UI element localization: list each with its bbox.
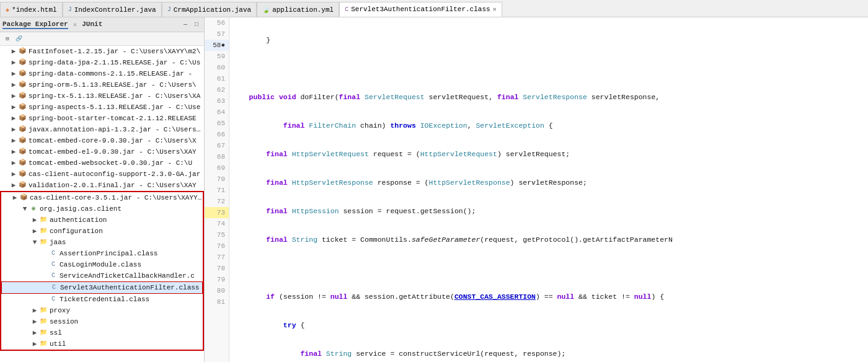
jar-icon: 📦 xyxy=(17,158,27,168)
tree-item-springboot[interactable]: ▶ 📦 spring-boot-starter-tomcat-2.1.12.RE… xyxy=(0,113,204,124)
panel-title-explorer[interactable]: Package Explorer xyxy=(2,20,68,29)
line-66: 66 xyxy=(205,129,229,140)
tree-item-fastinfoset[interactable]: ▶ 📦 FastInfoset-1.2.15.jar - C:\Users\XA… xyxy=(0,46,204,57)
folder-icon: 📁 xyxy=(38,328,48,338)
tab-crmapplication[interactable]: J CrmApplication.java xyxy=(162,2,257,17)
explorer-toolbar: ⊟ 🔗 xyxy=(0,32,204,46)
label: spring-data-jpa-2.1.15.RELEASE.jar - C:\… xyxy=(27,58,200,68)
tree-item-springtx[interactable]: ▶ 📦 spring-tx-5.1.13.RELEASE.jar - C:\Us… xyxy=(0,90,204,102)
code-content[interactable]: 56 57 58● 59 60 61 62 63 64 65 66 67 68 … xyxy=(205,17,868,362)
jar-icon: 📦 xyxy=(17,102,27,112)
tree-item-casclientcore[interactable]: ▶ 📦 cas-client-core-3.5.1.jar - C:\Users… xyxy=(1,192,203,203)
line-67: 67 xyxy=(205,140,229,151)
jar-icon: 📦 xyxy=(17,169,27,179)
code-lines: } public void doFilter(final ServletRequ… xyxy=(229,17,868,362)
tree-item-orgjasig[interactable]: ▼ ◉ org.jasig.cas.client xyxy=(1,203,203,214)
tree-item-ssl[interactable]: ▶ 📁 ssl xyxy=(1,327,203,338)
tab-applicationyml-label: application.yml xyxy=(272,6,334,14)
minimize-button[interactable]: — xyxy=(180,20,190,30)
java-icon: J xyxy=(68,6,72,13)
jar-icon: 📦 xyxy=(17,69,27,79)
code-line-56: } xyxy=(232,35,866,46)
tree-item-springdatajpa[interactable]: ▶ 📦 spring-data-jpa-2.1.15.RELEASE.jar -… xyxy=(0,57,204,68)
tab-indexcontroller-label: IndexController.java xyxy=(74,6,156,14)
tree-item-serviceticket[interactable]: C ServiceAndTicketCallbackHandler.c xyxy=(1,270,203,281)
tree-item-javax[interactable]: ▶ 📦 javax.annotation-api-1.3.2.jar - C:\… xyxy=(0,124,204,135)
label: tomcat-embed-websocket-9.0.30.jar - C:\U xyxy=(27,158,192,168)
tree-item-proxy[interactable]: ▶ 📁 proxy xyxy=(1,305,203,316)
folder-icon: 📁 xyxy=(38,226,48,236)
folder-icon: 📁 xyxy=(38,215,48,225)
class-icon: C xyxy=(48,260,58,270)
tab-index[interactable]: ◈ *index.html xyxy=(0,2,63,17)
link-editor-button[interactable]: 🔗 xyxy=(14,34,24,44)
tree-item-authentication[interactable]: ▶ 📁 authentication xyxy=(1,214,203,226)
tree-item-casclientauto[interactable]: ▶ 📦 cas-client-autoconfig-support-2.3.0-… xyxy=(0,169,204,180)
tree-item-tomcatembedws[interactable]: ▶ 📦 tomcat-embed-websocket-9.0.30.jar - … xyxy=(0,157,204,169)
line-69: 69 xyxy=(205,162,229,174)
label: ServiceAndTicketCallbackHandler.c xyxy=(58,271,195,281)
code-line-62: final HttpSession session = request.getS… xyxy=(232,206,866,217)
line-64: 64 xyxy=(205,107,229,118)
tree-item-tomcatembedel[interactable]: ▶ 📦 tomcat-embed-el-9.0.30.jar - C:\User… xyxy=(0,146,204,157)
panel-title-junit[interactable]: JUnit xyxy=(82,20,102,29)
label: TicketCredential.class xyxy=(58,294,149,304)
code-editor: 56 57 58● 59 60 61 62 63 64 65 66 67 68 … xyxy=(205,17,868,362)
panel-title-group: Package Explorer ✕ JUnit xyxy=(2,20,102,29)
tree-item-springorm[interactable]: ▶ 📦 spring-orm-5.1.13.RELEASE.jar - C:\U… xyxy=(0,79,204,90)
tree-item-util[interactable]: ▶ 📁 util xyxy=(1,338,203,350)
line-75: 75 xyxy=(205,229,229,241)
class-icon: C xyxy=(48,271,58,281)
tree-item-validation[interactable]: ▶ 📦 validation-2.0.1.Final.jar - C:\User… xyxy=(0,180,204,191)
label: session xyxy=(48,317,78,327)
code-line-60: final HttpServletRequest request = (Http… xyxy=(232,149,866,160)
tree-item-configuration[interactable]: ▶ 📁 configuration xyxy=(1,226,203,237)
class-icon: C xyxy=(48,294,58,304)
line-61: 61 xyxy=(205,73,229,84)
jar-icon: 📦 xyxy=(17,136,27,146)
panel-header: Package Explorer ✕ JUnit — □ xyxy=(0,17,204,32)
label: configuration xyxy=(48,226,103,236)
package-explorer: Package Explorer ✕ JUnit — □ ⊟ 🔗 ▶ 📦 Fas… xyxy=(0,17,205,362)
jar-icon: 📦 xyxy=(17,125,27,135)
yml-icon: 🍃 xyxy=(262,6,270,14)
class-icon: C xyxy=(345,6,348,13)
code-line-65: if (session != null && session.getAttrib… xyxy=(232,291,866,302)
jar-icon: 📦 xyxy=(17,180,27,190)
line-57: 57 xyxy=(205,29,229,40)
label: spring-tx-5.1.13.RELEASE.jar - C:\Users\… xyxy=(27,91,200,101)
tree-item-jaas[interactable]: ▼ 📁 jaas xyxy=(1,237,203,248)
line-80: 80 xyxy=(205,285,229,296)
tree-item-casloginmodule[interactable]: C CasLoginModule.class xyxy=(1,259,203,270)
jar-icon: 📦 xyxy=(17,58,27,68)
tree-item-assertionprincipal[interactable]: C AssertionPrincipal.class xyxy=(1,248,203,259)
jar-icon: 📦 xyxy=(17,113,27,123)
line-74: 74 xyxy=(205,218,229,229)
tab-applicationyml[interactable]: 🍃 application.yml xyxy=(257,2,339,17)
jar-icon: 📦 xyxy=(19,193,29,203)
tree-item-tomcatembed[interactable]: ▶ 📦 tomcat-embed-core-9.0.30.jar - C:\Us… xyxy=(0,135,204,146)
java-icon-2: J xyxy=(167,6,171,13)
label: tomcat-embed-core-9.0.30.jar - C:\Users\… xyxy=(27,136,197,146)
tab-indexcontroller[interactable]: J IndexController.java xyxy=(63,2,162,17)
line-81: 81 xyxy=(205,296,229,307)
tree-item-servlet3filter[interactable]: C Servlet3AuthenticationFilter.class xyxy=(1,281,203,294)
code-line-64 xyxy=(232,263,866,274)
main-area: Package Explorer ✕ JUnit — □ ⊟ 🔗 ▶ 📦 Fas… xyxy=(0,17,868,362)
tree-item-session[interactable]: ▶ 📁 session xyxy=(1,316,203,327)
tab-servlet3filter[interactable]: C Servlet3AuthenticationFilter.class ✕ xyxy=(339,2,502,17)
label: spring-boot-starter-tomcat-2.1.12.RELEAS… xyxy=(27,113,197,123)
maximize-button[interactable]: □ xyxy=(192,20,202,30)
code-line-57 xyxy=(232,63,866,74)
line-68: 68 xyxy=(205,151,229,162)
label: proxy xyxy=(48,306,70,316)
label: javax.annotation-api-1.3.2.jar - C:\User… xyxy=(27,125,204,135)
line-71: 71 xyxy=(205,185,229,196)
tree-item-springaspects[interactable]: ▶ 📦 spring-aspects-5.1.13.RELEASE.jar - … xyxy=(0,102,204,113)
tab-close-icon[interactable]: ✕ xyxy=(493,6,497,13)
tree-item-ticketcredential[interactable]: C TicketCredential.class xyxy=(1,294,203,305)
tab-servlet3filter-label: Servlet3AuthenticationFilter.class xyxy=(351,6,490,13)
tree-view[interactable]: ▶ 📦 FastInfoset-1.2.15.jar - C:\Users\XA… xyxy=(0,46,204,362)
collapse-all-button[interactable]: ⊟ xyxy=(2,34,12,44)
tree-item-springdatacommons[interactable]: ▶ 📦 spring-data-commons-2.1.15.RELEASE.j… xyxy=(0,68,204,79)
